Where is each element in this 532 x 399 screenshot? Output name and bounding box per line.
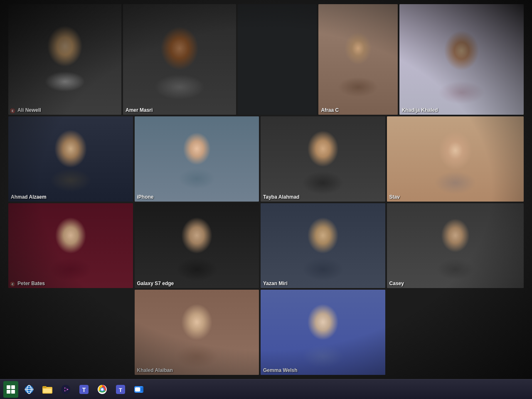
tile-dark-center [238,4,317,115]
start-button[interactable] [3,382,18,397]
tile-label-ali-newell: Ali Newell [17,107,41,113]
svg-rect-2 [7,390,10,394]
media-button[interactable] [58,382,73,397]
svg-point-18 [101,388,103,391]
tile-label-casey: Casey [389,281,404,286]
svg-point-13 [64,388,67,391]
tile-label-gemma-welsh: Gemma Welsh [263,367,297,373]
video-row-4: Khaled Alaiban Gemma Welsh [8,290,524,375]
tile-yazan-miri[interactable]: Yazan Miri [261,203,385,288]
tile-casey[interactable]: Casey [387,203,524,288]
ie-button[interactable] [22,382,37,397]
windows-start-icon [3,381,18,398]
svg-rect-23 [135,387,140,392]
svg-rect-9 [42,386,47,388]
video-row-2: Ahmad Alzaem iPhone Tayba Alahmad Stav [8,116,524,202]
taskbar: T T [0,379,532,399]
teams-old-button[interactable]: T [76,382,91,397]
tile-label-khaled-alaiban: Khaled Alaiban [137,367,173,373]
video-grid: Ali Newell Amer Masri Afraa C Khadija Kh… [0,0,532,379]
tile-label-iphone: iPhone [137,194,154,200]
empty-tile-right [387,290,524,375]
tile-amer-masri[interactable]: Amer Masri [123,4,236,115]
tile-label-peter-bates: Peter Bates [17,281,45,286]
video-row-1: Ali Newell Amer Masri Afraa C Khadija Kh… [8,4,524,115]
tile-label-khadija-khaled: Khadija Khaled [402,107,438,113]
svg-rect-3 [11,390,15,394]
tile-afraa-c[interactable]: Afraa C [318,4,397,115]
svg-rect-10 [43,389,52,393]
tile-label-tayba-alahmad: Tayba Alahmad [263,194,299,200]
tile-galaxy-s7[interactable]: Galaxy S7 edge [135,203,259,288]
chrome-button[interactable] [95,382,110,397]
tile-label-amer-masri: Amer Masri [126,107,153,113]
explorer-button[interactable] [40,382,55,397]
zoom-button[interactable] [131,382,146,397]
empty-tile-left [8,290,133,375]
tile-ali-newell[interactable]: Ali Newell [8,4,121,115]
tile-label-stav: Stav [389,194,400,200]
tile-label-afraa-c: Afraa C [321,107,339,113]
tile-tayba-alahmad[interactable]: Tayba Alahmad [261,116,385,202]
tile-iphone[interactable]: iPhone [135,116,259,202]
tile-gemma-welsh[interactable]: Gemma Welsh [261,290,385,375]
tile-khadija-khaled[interactable]: Khadija Khaled [399,4,524,115]
tile-khaled-alaiban[interactable]: Khaled Alaiban [135,290,259,375]
svg-text:T: T [119,387,122,393]
tile-label-ahmad-alzaem: Ahmad Alzaem [11,194,47,200]
svg-text:T: T [82,387,86,393]
tile-label-yazan-miri: Yazan Miri [263,281,288,286]
video-row-3: Peter Bates Galaxy S7 edge Yazan Miri Ca… [8,203,524,288]
tile-ahmad-alzaem[interactable]: Ahmad Alzaem [8,116,133,202]
svg-rect-0 [7,385,10,389]
screen: Ali Newell Amer Masri Afraa C Khadija Kh… [0,0,532,399]
svg-rect-1 [11,385,15,389]
tile-stav[interactable]: Stav [387,116,524,202]
tile-peter-bates[interactable]: Peter Bates [8,203,133,288]
tile-label-galaxy-s7: Galaxy S7 edge [137,281,174,286]
teams-button[interactable]: T [113,382,128,397]
